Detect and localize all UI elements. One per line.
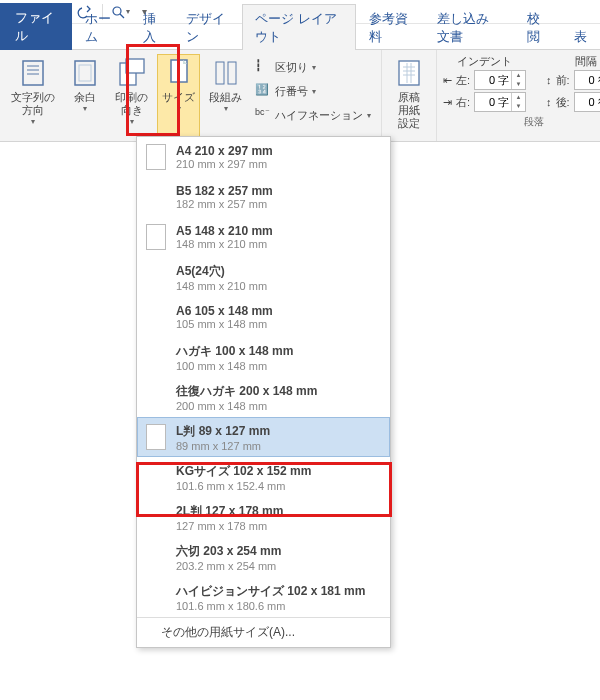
size-button[interactable]: サイズ▾ <box>157 54 200 139</box>
page-setup-group: 文字列の 方向▾ 余白▾ 印刷の 向き▾ サイズ▾ 段組み▾ ┇区切り▾ 🔢行番… <box>0 50 382 141</box>
indent-left-input[interactable]: ▲▼ <box>474 70 526 90</box>
breaks-icon: ┇ <box>255 59 271 75</box>
paper-thumb-icon <box>146 504 166 530</box>
size-option-dims: 200 mm x 148 mm <box>176 400 317 412</box>
size-option[interactable]: ハガキ 100 x 148 mm100 mm x 148 mm <box>137 337 390 377</box>
tab-references[interactable]: 参考資料 <box>356 4 424 50</box>
size-option-name: ハガキ 100 x 148 mm <box>176 343 293 360</box>
margins-icon <box>69 57 101 89</box>
size-option-dims: 182 mm x 257 mm <box>176 198 273 210</box>
paper-thumb-icon <box>146 344 166 370</box>
manuscript-button[interactable]: 原稿用紙 設定 <box>388 54 430 139</box>
tab-design[interactable]: デザイン <box>173 4 241 50</box>
size-option-name: ハイビジョンサイズ 102 x 181 mm <box>176 583 365 600</box>
line-numbers-button[interactable]: 🔢行番号▾ <box>255 80 371 102</box>
size-option[interactable]: 2L判 127 x 178 mm127 mm x 178 mm <box>137 497 390 537</box>
size-option-name: KGサイズ 102 x 152 mm <box>176 463 311 480</box>
tab-mailings[interactable]: 差し込み文書 <box>424 4 514 50</box>
size-option[interactable]: A4 210 x 297 mm210 mm x 297 mm <box>137 137 390 177</box>
paper-thumb-icon <box>146 384 166 410</box>
size-option-name: 六切 203 x 254 mm <box>176 543 281 560</box>
paper-thumb-icon <box>146 544 166 570</box>
spacing-after-input[interactable]: ▲▼ <box>574 92 600 112</box>
size-option-dims: 210 mm x 297 mm <box>176 158 273 170</box>
breaks-button[interactable]: ┇区切り▾ <box>255 56 371 78</box>
size-option-dims: 203.2 mm x 254 mm <box>176 560 281 572</box>
size-option[interactable]: 六切 203 x 254 mm203.2 mm x 254 mm <box>137 537 390 577</box>
indent-left-icon: ⇤ <box>443 74 452 87</box>
size-option-dims: 148 mm x 210 mm <box>176 280 267 292</box>
size-option-dims: 127 mm x 178 mm <box>176 520 283 532</box>
size-option-name: A6 105 x 148 mm <box>176 304 273 318</box>
indent-right-input[interactable]: ▲▼ <box>474 92 526 112</box>
paper-thumb-icon <box>146 224 166 250</box>
size-option-dims: 148 mm x 210 mm <box>176 238 273 250</box>
margins-button[interactable]: 余白▾ <box>64 54 106 139</box>
spacing-after-icon: ↕ <box>546 96 552 108</box>
size-option[interactable]: KGサイズ 102 x 152 mm101.6 mm x 152.4 mm <box>137 457 390 497</box>
spacing-after-label: 後: <box>556 95 570 110</box>
size-dropdown-menu: A4 210 x 297 mm210 mm x 297 mmB5 182 x 2… <box>136 136 391 648</box>
tab-page-layout[interactable]: ページ レイアウト <box>242 4 356 50</box>
size-option[interactable]: A5(24穴)148 mm x 210 mm <box>137 257 390 297</box>
size-option-name: 2L判 127 x 178 mm <box>176 503 283 520</box>
tab-insert[interactable]: 挿入 <box>130 4 177 50</box>
svg-rect-9 <box>79 65 91 81</box>
paragraph-group-label: 段落 <box>443 113 600 129</box>
paper-thumb-icon <box>146 184 166 210</box>
tab-view[interactable]: 表 <box>561 22 600 50</box>
indent-left-label: 左: <box>456 73 470 88</box>
size-option[interactable]: L判 89 x 127 mm89 mm x 127 mm <box>137 417 390 457</box>
size-option[interactable]: A5 148 x 210 mm148 mm x 210 mm <box>137 217 390 257</box>
svg-rect-4 <box>23 61 43 85</box>
paper-thumb-icon <box>146 144 166 170</box>
orientation-icon <box>116 57 148 89</box>
hyphenation-icon: bc⁻ <box>255 107 271 123</box>
text-direction-icon <box>17 57 49 89</box>
columns-button[interactable]: 段組み▾ <box>204 54 247 139</box>
size-option[interactable]: ハイビジョンサイズ 102 x 181 mm101.6 mm x 180.6 m… <box>137 577 390 617</box>
size-option-dims: 105 mm x 148 mm <box>176 318 273 330</box>
indent-right-label: 右: <box>456 95 470 110</box>
ribbon-tabs: ファイル ホーム 挿入 デザイン ページ レイアウト 参考資料 差し込み文書 校… <box>0 24 600 50</box>
more-paper-sizes[interactable]: その他の用紙サイズ(A)... <box>137 617 390 647</box>
svg-rect-11 <box>126 59 144 73</box>
paragraph-group: インデント ⇤左: ▲▼ ⇥右: ▲▼ 間隔 ↕前: ▲▼ ↕後: ▲▼ 段落 <box>437 50 600 141</box>
tab-file[interactable]: ファイル <box>0 3 72 50</box>
size-option-name: A4 210 x 297 mm <box>176 144 273 158</box>
svg-rect-15 <box>399 61 419 85</box>
indent-right-icon: ⇥ <box>443 96 452 109</box>
size-option[interactable]: B5 182 x 257 mm182 mm x 257 mm <box>137 177 390 217</box>
line-numbers-icon: 🔢 <box>255 83 271 99</box>
svg-rect-14 <box>228 62 236 84</box>
spacing-before-label: 前: <box>556 73 570 88</box>
size-option-name: A5 148 x 210 mm <box>176 224 273 238</box>
size-option-dims: 89 mm x 127 mm <box>176 440 270 452</box>
spacing-before-icon: ↕ <box>546 74 552 86</box>
size-option-name: L判 89 x 127 mm <box>176 423 270 440</box>
indent-header: インデント <box>443 54 526 69</box>
manuscript-icon <box>393 57 425 89</box>
paper-thumb-icon <box>146 584 166 610</box>
size-option-dims: 101.6 mm x 152.4 mm <box>176 480 311 492</box>
tab-review[interactable]: 校閲 <box>514 4 561 50</box>
size-icon <box>163 57 195 89</box>
size-option[interactable]: 往復ハガキ 200 x 148 mm200 mm x 148 mm <box>137 377 390 417</box>
tab-home[interactable]: ホーム <box>72 4 130 50</box>
size-option-name: A5(24穴) <box>176 263 267 280</box>
size-option[interactable]: A6 105 x 148 mm105 mm x 148 mm <box>137 297 390 337</box>
size-option-dims: 100 mm x 148 mm <box>176 360 293 372</box>
size-option-dims: 101.6 mm x 180.6 mm <box>176 600 365 612</box>
hyphenation-button[interactable]: bc⁻ハイフネーション▾ <box>255 104 371 126</box>
manuscript-group: 原稿用紙 設定 <box>382 50 437 141</box>
svg-rect-13 <box>216 62 224 84</box>
paper-thumb-icon <box>146 304 166 330</box>
spacing-before-input[interactable]: ▲▼ <box>574 70 600 90</box>
paper-thumb-icon <box>146 464 166 490</box>
orientation-button[interactable]: 印刷の 向き▾ <box>110 54 153 139</box>
text-direction-button[interactable]: 文字列の 方向▾ <box>6 54 60 139</box>
paper-thumb-icon <box>146 264 166 290</box>
ribbon: 文字列の 方向▾ 余白▾ 印刷の 向き▾ サイズ▾ 段組み▾ ┇区切り▾ 🔢行番… <box>0 50 600 142</box>
size-option-name: 往復ハガキ 200 x 148 mm <box>176 383 317 400</box>
paper-thumb-icon <box>146 424 166 450</box>
